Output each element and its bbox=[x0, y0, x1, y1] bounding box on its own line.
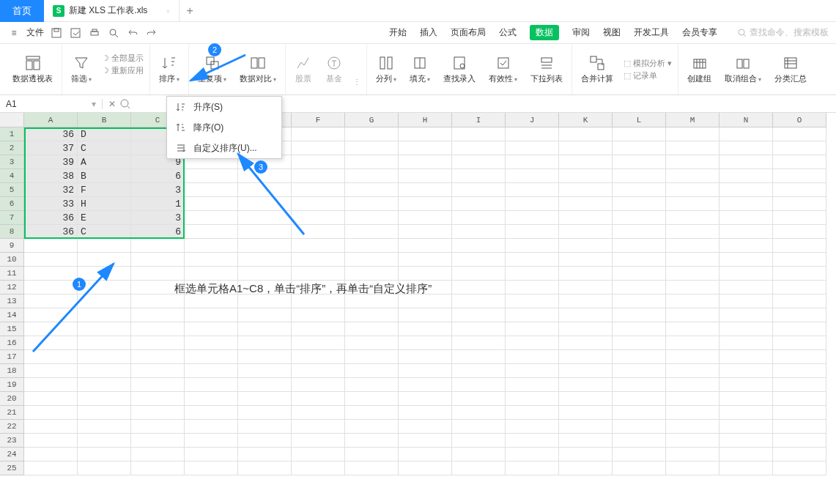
cell[interactable] bbox=[292, 294, 345, 308]
save-as-icon[interactable] bbox=[69, 26, 82, 40]
cell[interactable] bbox=[24, 281, 78, 294]
cell[interactable] bbox=[613, 211, 666, 225]
cell[interactable] bbox=[506, 406, 559, 420]
cell[interactable] bbox=[506, 281, 559, 294]
cell[interactable] bbox=[292, 392, 345, 406]
cell[interactable]: D bbox=[78, 127, 131, 141]
cell[interactable] bbox=[238, 392, 292, 406]
cell[interactable]: E bbox=[78, 211, 131, 225]
cell[interactable] bbox=[24, 336, 78, 350]
cell[interactable] bbox=[720, 141, 773, 155]
cell[interactable] bbox=[613, 322, 666, 336]
cell[interactable] bbox=[185, 183, 238, 197]
cell[interactable] bbox=[666, 239, 720, 253]
cell[interactable] bbox=[185, 448, 238, 462]
cell[interactable] bbox=[613, 183, 666, 197]
cell[interactable] bbox=[238, 448, 292, 462]
home-tab[interactable]: 首页 bbox=[0, 0, 44, 22]
cell[interactable] bbox=[506, 155, 559, 169]
cell[interactable] bbox=[559, 392, 613, 406]
cell[interactable] bbox=[613, 155, 666, 169]
cell[interactable] bbox=[345, 294, 399, 308]
cell[interactable]: C bbox=[78, 225, 131, 239]
cell[interactable] bbox=[78, 378, 131, 392]
cell[interactable] bbox=[24, 420, 78, 434]
cell[interactable] bbox=[24, 364, 78, 378]
cell[interactable] bbox=[399, 141, 452, 155]
cell[interactable] bbox=[399, 392, 452, 406]
cell[interactable] bbox=[720, 322, 773, 336]
cell[interactable] bbox=[399, 127, 452, 141]
cell[interactable] bbox=[345, 462, 399, 475]
cell[interactable] bbox=[773, 448, 826, 462]
cell[interactable] bbox=[24, 308, 78, 322]
cell[interactable] bbox=[666, 308, 720, 322]
cell[interactable] bbox=[292, 239, 345, 253]
row-header[interactable]: 2 bbox=[0, 141, 24, 155]
cell[interactable] bbox=[452, 378, 506, 392]
cell[interactable] bbox=[399, 211, 452, 225]
tab-review[interactable]: 审阅 bbox=[572, 26, 590, 39]
cell[interactable] bbox=[292, 183, 345, 197]
cell[interactable] bbox=[238, 294, 292, 308]
cell[interactable] bbox=[452, 253, 506, 267]
cell[interactable] bbox=[773, 294, 826, 308]
split-button[interactable]: 分列 bbox=[373, 53, 399, 86]
cell[interactable] bbox=[131, 378, 185, 392]
cell[interactable] bbox=[666, 462, 720, 475]
cell[interactable] bbox=[185, 364, 238, 378]
hamburger-icon[interactable]: ≡ bbox=[7, 26, 21, 40]
cell[interactable] bbox=[666, 336, 720, 350]
cell[interactable] bbox=[292, 141, 345, 155]
cell[interactable] bbox=[666, 169, 720, 183]
sort-button[interactable]: 排序 bbox=[156, 53, 182, 86]
cell[interactable] bbox=[185, 267, 238, 281]
cell[interactable] bbox=[238, 364, 292, 378]
findrec-button[interactable]: 查找录入 bbox=[440, 53, 478, 86]
cell[interactable] bbox=[452, 239, 506, 253]
cell[interactable] bbox=[613, 267, 666, 281]
cell[interactable] bbox=[720, 183, 773, 197]
cell[interactable] bbox=[292, 406, 345, 420]
col-header[interactable]: H bbox=[399, 113, 452, 127]
cell[interactable] bbox=[559, 420, 613, 434]
print-preview-icon[interactable] bbox=[107, 26, 120, 40]
cell[interactable] bbox=[506, 239, 559, 253]
cell[interactable] bbox=[452, 448, 506, 462]
cell[interactable] bbox=[131, 462, 185, 475]
cell[interactable] bbox=[613, 350, 666, 364]
cell[interactable] bbox=[559, 350, 613, 364]
more-icon[interactable]: ⋮ bbox=[353, 78, 360, 86]
cell[interactable] bbox=[506, 308, 559, 322]
cell[interactable] bbox=[292, 197, 345, 211]
cell[interactable] bbox=[773, 211, 826, 225]
row-header[interactable]: 20 bbox=[0, 392, 24, 406]
cell[interactable] bbox=[78, 308, 131, 322]
cell[interactable] bbox=[399, 253, 452, 267]
cell[interactable] bbox=[506, 294, 559, 308]
cell[interactable] bbox=[131, 434, 185, 448]
cell[interactable] bbox=[666, 225, 720, 239]
cell[interactable] bbox=[720, 378, 773, 392]
cell[interactable] bbox=[452, 267, 506, 281]
cell[interactable] bbox=[773, 281, 826, 294]
cell[interactable] bbox=[720, 420, 773, 434]
tab-start[interactable]: 开始 bbox=[389, 26, 407, 39]
cell[interactable] bbox=[559, 155, 613, 169]
cell[interactable] bbox=[24, 239, 78, 253]
cell[interactable] bbox=[666, 267, 720, 281]
cell[interactable] bbox=[773, 141, 826, 155]
cell[interactable] bbox=[666, 253, 720, 267]
cell[interactable] bbox=[559, 183, 613, 197]
cell[interactable] bbox=[399, 322, 452, 336]
cell[interactable] bbox=[345, 183, 399, 197]
cancel-icon[interactable]: ✕ bbox=[108, 99, 116, 109]
cell[interactable] bbox=[720, 308, 773, 322]
cell[interactable] bbox=[720, 127, 773, 141]
cell[interactable] bbox=[78, 420, 131, 434]
ungroup-button[interactable]: 取消组合 bbox=[722, 53, 764, 86]
cell[interactable] bbox=[666, 281, 720, 294]
tab-view[interactable]: 视图 bbox=[603, 26, 621, 39]
cell[interactable] bbox=[559, 169, 613, 183]
cell[interactable] bbox=[613, 406, 666, 420]
